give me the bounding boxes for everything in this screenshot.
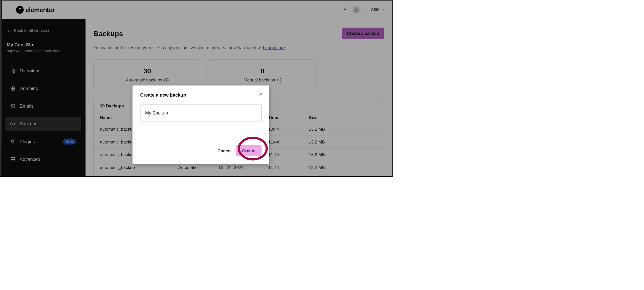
- cancel-button[interactable]: Cancel: [216, 146, 233, 156]
- close-icon[interactable]: [258, 92, 263, 97]
- backup-name-input[interactable]: [140, 105, 262, 122]
- highlight-annotation: [238, 137, 268, 160]
- modal-title: Create a new backup: [140, 92, 262, 98]
